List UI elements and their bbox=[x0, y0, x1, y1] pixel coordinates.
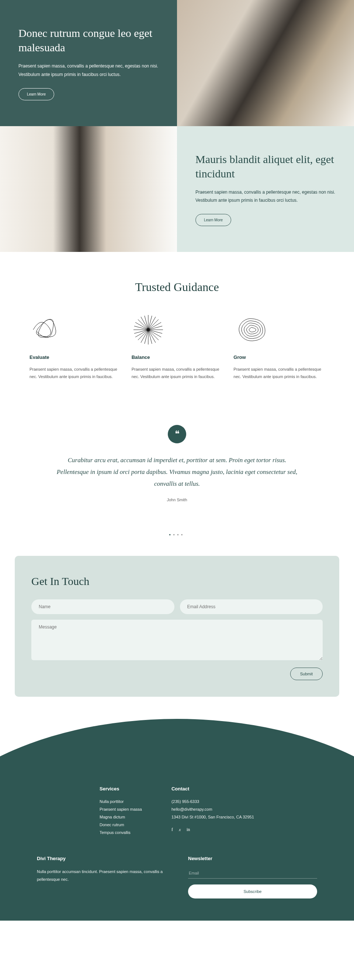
subscribe-button[interactable]: Subscribe bbox=[188, 885, 317, 899]
footer-newsletter: Newsletter Subscribe bbox=[188, 855, 317, 899]
hero2-title: Mauris blandit aliquet elit, eget tincid… bbox=[195, 152, 336, 181]
hero-text-1: Donec rutrum congue leo eget malesuada P… bbox=[0, 0, 177, 126]
testimonial-quote: Curabitur arcu erat, accumsan id imperdi… bbox=[55, 454, 299, 490]
guidance-section: Trusted Guidance Evaluate Praesent sapie… bbox=[0, 252, 354, 406]
testimonial-section: ❝ Curabitur arcu erat, accumsan id imper… bbox=[0, 406, 354, 522]
guidance-item-grow: Grow Praesent sapien massa, convallis a … bbox=[233, 311, 324, 380]
contact-address: 1343 Divi St #1000, San Francisco, CA 32… bbox=[171, 813, 254, 821]
grow-desc: Praesent sapien massa, convallis a pelle… bbox=[233, 366, 324, 381]
submit-button[interactable]: Submit bbox=[290, 668, 323, 680]
quote-icon: ❝ bbox=[168, 425, 186, 443]
contact-form: Get In Touch Submit bbox=[15, 556, 339, 697]
contact-title: Contact bbox=[171, 785, 254, 793]
service-link[interactable]: Donec rutrum bbox=[100, 821, 142, 829]
hero-row-2: Mauris blandit aliquet elit, eget tincid… bbox=[0, 126, 354, 252]
footer-contact: Contact (235) 955-6333 hello@divitherapy… bbox=[171, 785, 254, 837]
footer: Services Nulla porttitor Praesent sapien… bbox=[0, 719, 354, 921]
balance-title: Balance bbox=[132, 354, 223, 361]
hero-text-2: Mauris blandit aliquet elit, eget tincid… bbox=[177, 126, 354, 252]
scribble-icon bbox=[30, 311, 121, 348]
hero-image-2 bbox=[0, 126, 177, 252]
services-title: Services bbox=[100, 785, 142, 793]
hero-image-1 bbox=[177, 0, 354, 126]
evaluate-title: Evaluate bbox=[30, 354, 121, 361]
hero2-desc: Praesent sapien massa, convallis a pelle… bbox=[195, 188, 336, 205]
learn-more-button[interactable]: Learn More bbox=[18, 88, 54, 100]
twitter-icon[interactable]: 𝑥 bbox=[179, 826, 181, 833]
newsletter-email-input[interactable] bbox=[188, 868, 317, 878]
service-link[interactable]: Nulla porttitor bbox=[100, 798, 142, 805]
hero1-title: Donec rutrum congue leo eget malesuada bbox=[18, 26, 159, 54]
footer-services: Services Nulla porttitor Praesent sapien… bbox=[100, 785, 142, 837]
guidance-item-balance: Balance Praesent sapien massa, convallis… bbox=[132, 311, 223, 380]
linkedin-icon[interactable]: in bbox=[187, 826, 190, 833]
brand-title: Divi Therapy bbox=[37, 855, 166, 863]
learn-more-button-2[interactable]: Learn More bbox=[195, 214, 231, 226]
email-input[interactable] bbox=[180, 599, 323, 614]
service-link[interactable]: Magna dictum bbox=[100, 813, 142, 821]
testimonial-author: John Smith bbox=[55, 497, 299, 503]
evaluate-desc: Praesent sapien massa, convallis a pelle… bbox=[30, 366, 121, 381]
contour-icon bbox=[233, 311, 324, 348]
hero1-desc: Praesent sapien massa, convallis a pelle… bbox=[18, 62, 159, 79]
footer-brand: Divi Therapy Nulla porttitor accumsan ti… bbox=[37, 855, 166, 899]
slider-dots[interactable]: ●●●● bbox=[0, 533, 354, 538]
balance-desc: Praesent sapien massa, convallis a pelle… bbox=[132, 366, 223, 381]
facebook-icon[interactable]: f bbox=[171, 826, 173, 833]
svg-point-24 bbox=[147, 328, 150, 331]
starburst-icon bbox=[132, 311, 223, 348]
guidance-item-evaluate: Evaluate Praesent sapien massa, convalli… bbox=[30, 311, 121, 380]
contact-phone: (235) 955-6333 bbox=[171, 798, 254, 805]
grow-title: Grow bbox=[233, 354, 324, 361]
hero-row-1: Donec rutrum congue leo eget malesuada P… bbox=[0, 0, 354, 126]
service-link[interactable]: Praesent sapien massa bbox=[100, 805, 142, 813]
name-input[interactable] bbox=[31, 599, 175, 614]
brand-desc: Nulla porttitor accumsan tincidunt. Prae… bbox=[37, 868, 166, 883]
contact-email: hello@divitherapy.com bbox=[171, 805, 254, 813]
newsletter-title: Newsletter bbox=[188, 855, 317, 863]
guidance-title: Trusted Guidance bbox=[30, 278, 324, 296]
service-link[interactable]: Tempus convallis bbox=[100, 829, 142, 837]
contact-title: Get In Touch bbox=[31, 573, 323, 590]
message-input[interactable] bbox=[31, 620, 323, 660]
